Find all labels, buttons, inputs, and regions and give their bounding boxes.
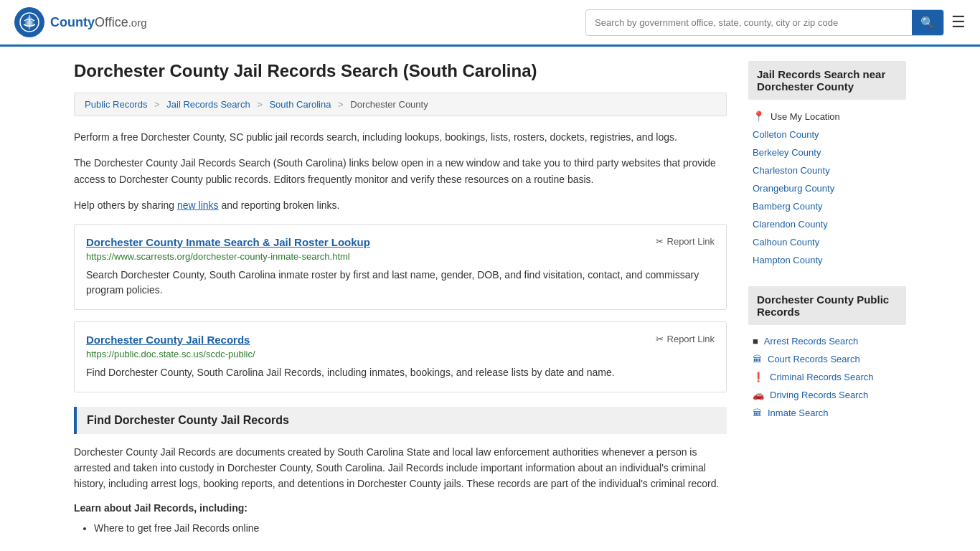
logo-icon <box>14 7 44 37</box>
nearby-section: Jail Records Search near Dorchester Coun… <box>748 61 906 269</box>
result-1-url[interactable]: https://www.scarrests.org/dorchester-cou… <box>86 251 715 262</box>
arrest-icon: ■ <box>753 336 758 347</box>
new-links-link[interactable]: new links <box>177 199 219 211</box>
criminal-icon: ❗ <box>753 372 764 382</box>
bullet-item-1: Where to get free Jail Records online <box>94 519 727 537</box>
breadcrumb-current: Dorchester County <box>350 99 428 110</box>
find-body-2-label: Learn about Jail Records, including: <box>74 502 727 514</box>
court-records-link[interactable]: 🏛 Court Records Search <box>748 350 906 368</box>
driving-icon: 🚗 <box>753 390 764 400</box>
intro-paragraph-3: Help others by sharing new links and rep… <box>74 197 727 213</box>
search-bar: 🔍 <box>585 9 944 36</box>
inmate-icon: 🏛 <box>753 408 762 418</box>
public-records-section: Dorchester County Public Records ■ Arres… <box>748 286 906 422</box>
inmate-search-link[interactable]: 🏛 Inmate Search <box>748 404 906 422</box>
logo-area: CountyOffice.org <box>14 7 147 37</box>
result-card-2: Dorchester County Jail Records ✂ Report … <box>74 321 727 392</box>
nearby-colleton[interactable]: Colleton County <box>748 126 906 143</box>
result-2-title[interactable]: Dorchester County Jail Records <box>86 334 250 346</box>
breadcrumb-south-carolina[interactable]: South Carolina <box>269 99 331 110</box>
breadcrumb: Public Records > Jail Records Search > S… <box>74 93 727 116</box>
public-records-heading: Dorchester County Public Records <box>748 286 906 325</box>
breadcrumb-public-records[interactable]: Public Records <box>85 99 147 110</box>
use-my-location-link[interactable]: 📍 Use My Location <box>748 107 906 126</box>
location-icon: 📍 <box>753 110 765 122</box>
intro-paragraph-1: Perform a free Dorchester County, SC pub… <box>74 129 727 145</box>
nearby-heading: Jail Records Search near Dorchester Coun… <box>748 61 906 100</box>
breadcrumb-jail-records-search[interactable]: Jail Records Search <box>166 99 250 110</box>
nearby-hampton[interactable]: Hampton County <box>748 251 906 269</box>
intro-paragraph-2: The Dorchester County Jail Records Searc… <box>74 155 727 187</box>
result-1-desc: Search Dorchester County, South Carolina… <box>86 268 715 298</box>
header-right: 🔍 ☰ <box>585 9 966 36</box>
arrest-records-link[interactable]: ■ Arrest Records Search <box>748 332 906 350</box>
court-icon: 🏛 <box>753 354 762 364</box>
search-input[interactable] <box>586 11 912 34</box>
nearby-calhoun[interactable]: Calhoun County <box>748 233 906 251</box>
driving-records-link[interactable]: 🚗 Driving Records Search <box>748 386 906 404</box>
result-1-report[interactable]: ✂ Report Link <box>656 236 715 247</box>
result-card-2-header: Dorchester County Jail Records ✂ Report … <box>86 334 715 346</box>
header: CountyOffice.org 🔍 ☰ <box>0 0 980 47</box>
logo-text: CountyOffice.org <box>50 15 147 30</box>
find-body-1: Dorchester County Jail Records are docum… <box>74 444 727 492</box>
criminal-records-link[interactable]: ❗ Criminal Records Search <box>748 368 906 386</box>
result-2-report[interactable]: ✂ Report Link <box>656 334 715 344</box>
nearby-clarendon[interactable]: Clarendon County <box>748 215 906 233</box>
result-card-1: Dorchester County Inmate Search & Jail R… <box>74 224 727 310</box>
sidebar: Jail Records Search near Dorchester Coun… <box>748 61 906 537</box>
result-card-1-header: Dorchester County Inmate Search & Jail R… <box>86 236 715 248</box>
nearby-berkeley[interactable]: Berkeley County <box>748 143 906 161</box>
nearby-bamberg[interactable]: Bamberg County <box>748 197 906 215</box>
result-1-title[interactable]: Dorchester County Inmate Search & Jail R… <box>86 236 370 248</box>
result-2-url[interactable]: https://public.doc.state.sc.us/scdc-publ… <box>86 349 715 359</box>
content-area: Dorchester County Jail Records Search (S… <box>74 61 727 537</box>
nearby-charleston[interactable]: Charleston County <box>748 161 906 179</box>
search-button[interactable]: 🔍 <box>912 10 943 35</box>
result-2-desc: Find Dorchester County, South Carolina J… <box>86 365 715 380</box>
menu-button[interactable]: ☰ <box>951 13 966 32</box>
nearby-orangeburg[interactable]: Orangeburg County <box>748 179 906 197</box>
find-section-heading: Find Dorchester County Jail Records <box>74 407 727 434</box>
page-title: Dorchester County Jail Records Search (S… <box>74 61 727 81</box>
main-container: Dorchester County Jail Records Search (S… <box>60 47 920 551</box>
find-bullet-list: Where to get free Jail Records online <box>74 519 727 537</box>
